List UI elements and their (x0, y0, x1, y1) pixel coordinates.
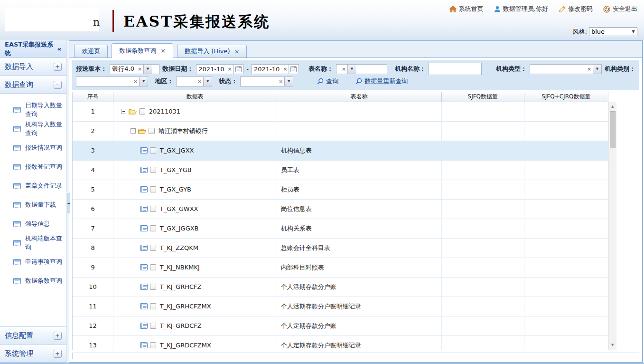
minus-icon[interactable]: - (54, 81, 62, 89)
table-row[interactable]: 2 靖江润丰村镇银行 (73, 121, 608, 141)
change-password-link[interactable]: 修改密码 (559, 5, 593, 13)
data-grid: 序号 数据表 表名称 SJFQ数据量 SJFQ+CJRQ数据量 1 (72, 92, 639, 350)
calendar-icon[interactable] (289, 65, 298, 74)
date-range-separator: - (246, 66, 249, 73)
search-button[interactable]: 查询 (314, 77, 341, 86)
sidebar-item-client-version-query[interactable]: 机构端版本查询 (0, 233, 66, 252)
table-row[interactable]: 8 T_KJ_ZZQKM 总账会计全科目表 (73, 238, 608, 258)
sidebar-item-data-count-query[interactable]: 数据条数查询 (0, 271, 66, 290)
table-row[interactable]: 13 T_KJ_GRDCFZMX 个人定期存款分户账明细记录 (73, 335, 608, 350)
table-row[interactable]: 10 T_KJ_GRHCFZ 个人活期存款分户账 (73, 277, 608, 297)
clear-icon[interactable]: × (281, 66, 289, 72)
org-type-combo[interactable]: × ▼ (530, 64, 602, 74)
chevron-down-icon[interactable]: ▼ (203, 77, 212, 86)
status-combo[interactable]: × ▼ (240, 77, 293, 86)
chevron-down-icon[interactable]: ▼ (284, 77, 293, 86)
column-header-tablename[interactable]: 表名称 (277, 92, 441, 102)
table-row[interactable]: 1 20211031 (73, 102, 608, 121)
column-header-datatable[interactable]: 数据表 (113, 92, 277, 102)
logout-link[interactable]: 安全退出 (603, 5, 637, 13)
chevron-down-icon[interactable]: ▼ (143, 65, 152, 74)
scroll-down-icon[interactable]: ▼ (609, 341, 616, 349)
clear-icon[interactable]: × (132, 78, 139, 85)
tab-bar: 欢迎页 数据条数查询 × 数据导入 (Hive) × (69, 41, 642, 58)
sidebar-item-report-status-query[interactable]: 报送情况查询 (0, 138, 66, 157)
tab-data-import-hive[interactable]: 数据导入 (Hive) × (177, 45, 247, 57)
table-row[interactable]: 6 T_GX_GWXX 岗位信息表 (73, 199, 608, 219)
row-checkbox[interactable] (150, 342, 156, 348)
clear-icon[interactable]: × (586, 66, 593, 72)
chevron-down-icon[interactable]: ▼ (593, 65, 601, 74)
row-checkbox[interactable] (150, 147, 156, 153)
sidebar-item-org-import-count[interactable]: 机构导入数量查询 (0, 119, 66, 138)
table-row[interactable]: 9 T_KJ_NBKMKJ 内部科目对照表 (73, 258, 608, 277)
plus-icon[interactable]: + (54, 63, 62, 71)
scrollbar-thumb[interactable] (610, 111, 616, 148)
sidebar: EAST采集报送系统 « 数据导入 + 数据查询 - 日期导入数量查询 机构导入… (0, 40, 66, 363)
clear-icon[interactable]: × (226, 66, 233, 72)
home-link[interactable]: 系统首页 (449, 5, 484, 13)
sidebar-panel-data-import[interactable]: 数据导入 + (0, 57, 66, 76)
calendar-icon[interactable] (233, 65, 243, 74)
row-checkbox[interactable] (150, 303, 156, 309)
close-icon[interactable]: × (234, 48, 240, 55)
sidebar-item-leader-info[interactable]: 领导信息 (0, 214, 66, 233)
region-combo[interactable]: × ▼ (176, 77, 212, 86)
table-row[interactable]: 12 T_KJ_GRDCFZ 个人定期存款分户账 (73, 316, 608, 335)
tree-collapse-icon[interactable] (121, 109, 126, 114)
clear-icon[interactable]: × (196, 78, 203, 85)
plus-icon[interactable]: + (54, 350, 62, 358)
app-title: EAST采集报送系统 (123, 12, 270, 32)
org-name-input[interactable] (429, 63, 482, 75)
row-checkbox[interactable] (150, 264, 156, 270)
row-checkbox[interactable] (150, 167, 156, 173)
chevron-down-icon[interactable]: ▼ (139, 77, 148, 86)
row-checkbox[interactable] (150, 323, 156, 329)
table-row[interactable]: 4 T_GX_YGB 员工表 (73, 160, 608, 180)
column-header-seq[interactable]: 序号 (73, 92, 113, 102)
row-checkbox[interactable] (150, 206, 156, 212)
clear-icon[interactable]: × (277, 78, 284, 85)
chevron-down-icon[interactable]: ▼ (347, 65, 356, 74)
row-checkbox[interactable] (149, 128, 155, 134)
splitter-collapse-handle[interactable]: ◄ (67, 193, 70, 213)
row-checkbox[interactable] (150, 245, 156, 251)
row-checkbox[interactable] (150, 284, 156, 290)
table-name-combo[interactable]: × ▼ (336, 64, 387, 74)
style-select[interactable]: blue ▼ (589, 27, 637, 36)
tab-welcome[interactable]: 欢迎页 (74, 45, 108, 57)
clear-icon[interactable]: × (136, 66, 143, 72)
date-to-field[interactable]: 2021-10 × (252, 64, 299, 74)
table-row[interactable]: 7 T_GX_JGGXB 机构关系表 (73, 219, 608, 238)
table-row[interactable]: 5 T_GX_GYB 柜员表 (73, 180, 608, 199)
row-checkbox[interactable] (150, 225, 156, 231)
version-combo[interactable]: 银行4.0 × ▼ (110, 64, 159, 74)
sidebar-item-date-import-count[interactable]: 日期导入数量查询 (0, 100, 66, 119)
sidebar-item-report-register-query[interactable]: 报数登记查询 (0, 157, 66, 176)
plus-icon[interactable]: + (54, 332, 62, 340)
tree-collapse-icon[interactable] (131, 128, 136, 134)
vertical-scrollbar[interactable]: ▲ ▼ (608, 102, 616, 350)
user-greeting[interactable]: 数据管理员,你好 (494, 5, 548, 13)
row-checkbox[interactable] (139, 108, 145, 115)
column-header-sjfq[interactable]: SJFQ数据量 (441, 92, 524, 102)
row-checkbox[interactable] (150, 186, 156, 192)
sidebar-panel-system-manage[interactable]: 系统管理 + (0, 345, 66, 363)
sidebar-panel-info-config[interactable]: 信息配置 + (0, 326, 66, 345)
close-icon[interactable]: × (160, 47, 166, 54)
sidebar-item-seal-file-record[interactable]: 盖章文件记录 (0, 176, 66, 195)
sidebar-item-data-volume-download[interactable]: 数据量下载 (0, 195, 66, 214)
sidebar-splitter[interactable]: ◄ (66, 40, 69, 363)
column-header-sjfq-cjrq[interactable]: SJFQ+CJRQ数据量 (524, 92, 608, 102)
scroll-up-icon[interactable]: ▲ (609, 103, 616, 110)
clear-icon[interactable]: × (340, 66, 347, 72)
table-row[interactable]: 3 T_GX_JGXX 机构信息表 (73, 141, 608, 160)
org-class-combo[interactable]: × ▼ (76, 77, 148, 86)
requery-button[interactable]: 数据量重新查询 (353, 77, 411, 86)
sidebar-item-apply-matter-query[interactable]: 申请事项查询 (0, 252, 66, 271)
sidebar-collapse-icon[interactable]: « (57, 45, 62, 53)
date-from-field[interactable]: 2021-10 × (196, 64, 243, 74)
tab-data-count-query[interactable]: 数据条数查询 × (112, 43, 173, 58)
table-row[interactable]: 11 T_KJ_GRHCFZMX 个人活期存款分户账明细记录 (73, 297, 608, 316)
sidebar-panel-data-query[interactable]: 数据查询 - (0, 76, 66, 94)
